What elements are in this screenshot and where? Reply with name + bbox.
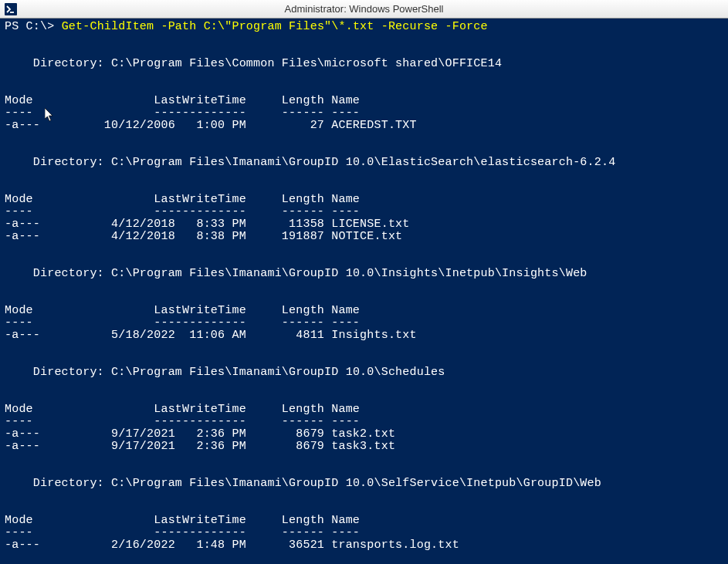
window-title: Administrator: Windows PowerShell: [285, 3, 444, 15]
column-headers: Mode LastWriteTime Length Name ---- ----…: [5, 304, 360, 329]
command-text: Get-ChildItem -Path C:\"Program Files"\*…: [62, 20, 488, 33]
directory-label: Directory:: [5, 57, 111, 70]
file-row: -a--- 10/12/2006 1:00 PM 27 ACEREDST.TXT: [5, 119, 417, 132]
file-row: -a--- 9/17/2021 2:36 PM 8679 task2.txt: [5, 427, 395, 441]
column-headers: Mode LastWriteTime Length Name ---- ----…: [5, 403, 360, 428]
prompt: PS C:\>: [5, 20, 62, 33]
window-titlebar[interactable]: Administrator: Windows PowerShell: [0, 0, 728, 19]
directory-path: C:\Program Files\Imanami\GroupID 10.0\Sc…: [111, 366, 445, 379]
directory-path: C:\Program Files\Imanami\GroupID 10.0\El…: [111, 156, 615, 169]
directory-label: Directory:: [5, 267, 111, 280]
column-headers: Mode LastWriteTime Length Name ---- ----…: [5, 514, 360, 539]
terminal-output[interactable]: PS C:\> Get-ChildItem -Path C:\"Program …: [0, 19, 728, 554]
directory-label: Directory:: [5, 477, 111, 490]
column-headers: Mode LastWriteTime Length Name ---- ----…: [5, 94, 360, 120]
directory-label: Directory:: [5, 156, 111, 169]
file-row: -a--- 5/18/2022 11:06 AM 4811 Insights.t…: [5, 329, 417, 342]
file-row: -a--- 9/17/2021 2:36 PM 8679 task3.txt: [5, 440, 395, 453]
file-row: -a--- 4/12/2018 8:38 PM 191887 NOTICE.tx…: [5, 230, 402, 243]
directory-path: C:\Program Files\Common Files\microsoft …: [111, 57, 502, 70]
powershell-icon: [2, 1, 19, 18]
file-row: -a--- 4/12/2018 8:33 PM 11358 LICENSE.tx…: [5, 218, 409, 231]
directory-label: Directory:: [5, 366, 111, 379]
file-row: -a--- 2/16/2022 1:48 PM 36521 transports…: [5, 539, 459, 552]
directory-path: C:\Program Files\Imanami\GroupID 10.0\Se…: [111, 477, 601, 490]
directory-path: C:\Program Files\Imanami\GroupID 10.0\In…: [111, 267, 587, 280]
column-headers: Mode LastWriteTime Length Name ---- ----…: [5, 193, 360, 218]
